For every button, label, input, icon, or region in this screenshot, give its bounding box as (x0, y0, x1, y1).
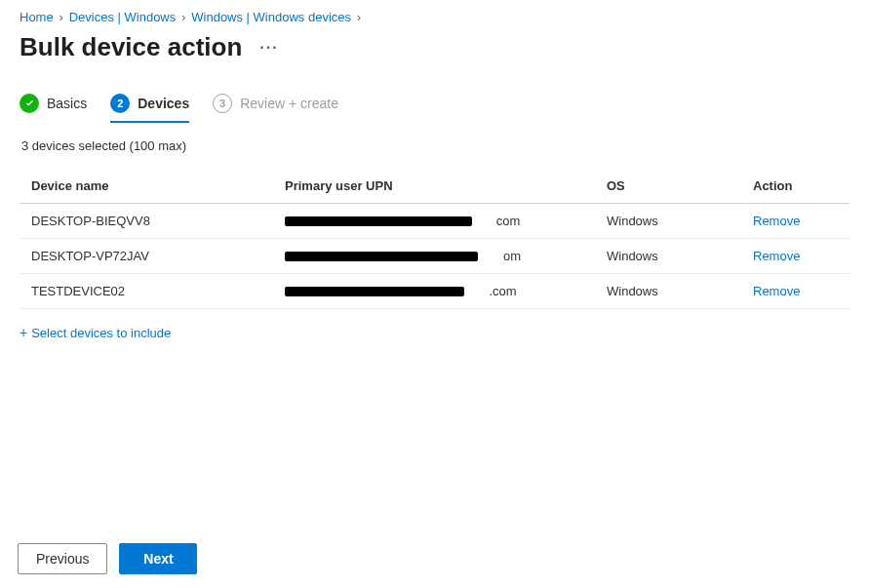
step-number-icon: 3 (213, 94, 232, 113)
breadcrumb-windows[interactable]: Windows | Windows devices (191, 10, 351, 24)
col-header-device: Device name (31, 178, 285, 193)
table-row: TESTDEVICE02 .com Windows Remove (20, 274, 849, 309)
select-devices-label: Select devices to include (31, 326, 171, 340)
col-header-action: Action (753, 178, 838, 193)
previous-button[interactable]: Previous (18, 543, 107, 574)
cell-upn: .com (285, 284, 607, 298)
col-header-os: OS (607, 178, 753, 193)
breadcrumb-devices[interactable]: Devices | Windows (69, 10, 177, 24)
tab-basics[interactable]: Basics (20, 94, 87, 123)
cell-device: DESKTOP-VP72JAV (31, 249, 285, 263)
selection-summary: 3 devices selected (100 max) (0, 123, 869, 163)
cell-upn: om (285, 249, 607, 263)
select-devices-link[interactable]: + Select devices to include (20, 325, 171, 340)
plus-icon: + (20, 325, 27, 340)
table-row: DESKTOP-VP72JAV om Windows Remove (20, 239, 849, 274)
check-icon (20, 94, 39, 113)
cell-os: Windows (607, 249, 753, 263)
wizard-tabs: Basics 2 Devices 3 Review + create (0, 80, 869, 123)
cell-upn: com (285, 214, 607, 228)
remove-link[interactable]: Remove (753, 284, 800, 298)
cell-device: TESTDEVICE02 (31, 284, 285, 298)
tab-review[interactable]: 3 Review + create (213, 94, 338, 123)
breadcrumb-home[interactable]: Home (20, 10, 54, 24)
chevron-right-icon: › (181, 11, 185, 24)
cell-os: Windows (607, 284, 753, 298)
tab-label: Review + create (240, 96, 338, 111)
tab-label: Devices (138, 96, 189, 111)
cell-device: DESKTOP-BIEQVV8 (31, 214, 285, 228)
step-number-icon: 2 (110, 94, 130, 113)
chevron-right-icon: › (357, 11, 361, 24)
col-header-upn: Primary user UPN (285, 178, 607, 193)
remove-link[interactable]: Remove (753, 249, 800, 263)
breadcrumb: Home › Devices | Windows › Windows | Win… (0, 0, 869, 30)
cell-os: Windows (607, 214, 753, 228)
tab-label: Basics (47, 96, 87, 111)
next-button[interactable]: Next (119, 543, 197, 574)
page-title: Bulk device action (20, 32, 242, 62)
more-icon[interactable]: ··· (259, 39, 278, 57)
chevron-right-icon: › (59, 11, 63, 24)
device-table: Device name Primary user UPN OS Action D… (20, 169, 849, 309)
table-row: DESKTOP-BIEQVV8 com Windows Remove (20, 204, 849, 239)
tab-devices[interactable]: 2 Devices (110, 94, 189, 123)
footer: Previous Next (0, 532, 869, 588)
remove-link[interactable]: Remove (753, 214, 800, 228)
